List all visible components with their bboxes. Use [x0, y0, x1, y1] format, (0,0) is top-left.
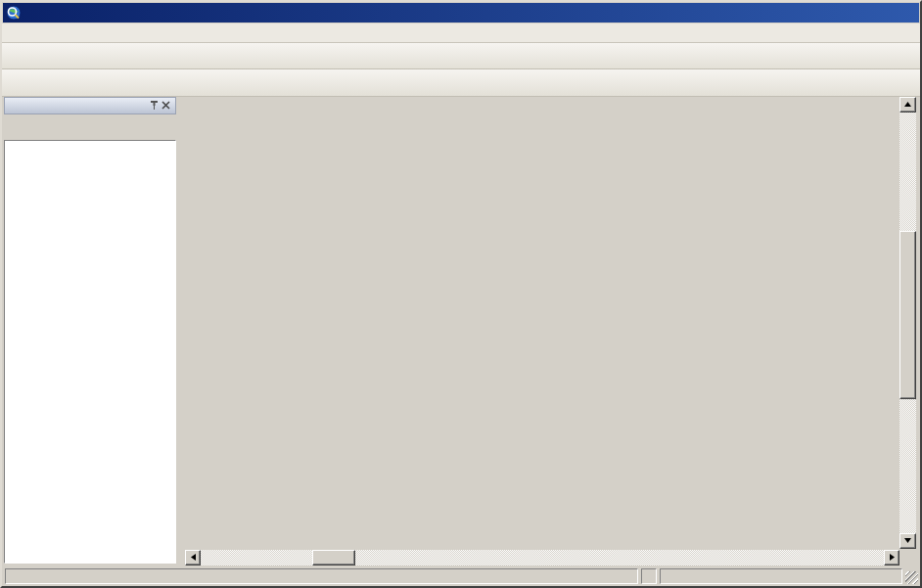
scrollbar-corner: [899, 550, 916, 565]
scroll-right-button[interactable]: [884, 550, 899, 565]
scroll-down-button[interactable]: [899, 533, 916, 549]
status-small-panel: [641, 568, 657, 584]
vertical-scroll-track[interactable]: [899, 113, 916, 533]
standard-toolbar: [2, 43, 920, 69]
map-area: [181, 97, 916, 566]
status-message-panel: [5, 568, 638, 584]
horizontal-scroll-track[interactable]: [201, 550, 884, 565]
scroll-up-button[interactable]: [899, 97, 916, 113]
table-of-contents-panel: [2, 97, 176, 566]
vertical-scrollbar[interactable]: [899, 97, 916, 549]
vertical-scroll-thumb[interactable]: [899, 231, 916, 399]
arcmap-window: [0, 0, 922, 588]
toc-header: [4, 97, 176, 114]
map-bottom-bar: [181, 549, 916, 566]
resize-grip[interactable]: [905, 571, 918, 584]
toc-tree: [4, 140, 176, 564]
status-bar: [2, 566, 920, 586]
scroll-left-button[interactable]: [185, 550, 201, 565]
toc-toolbar: [4, 114, 176, 140]
close-icon[interactable]: [160, 100, 171, 112]
arcmap-app-icon: [6, 5, 22, 21]
horizontal-scroll-thumb[interactable]: [312, 550, 355, 565]
coordinate-readout: [660, 568, 902, 584]
pin-icon[interactable]: [148, 100, 160, 112]
tools-toolbar: [2, 69, 920, 97]
map-canvas[interactable]: [181, 97, 899, 549]
title-bar: [3, 3, 919, 23]
menu-bar: [2, 23, 920, 43]
